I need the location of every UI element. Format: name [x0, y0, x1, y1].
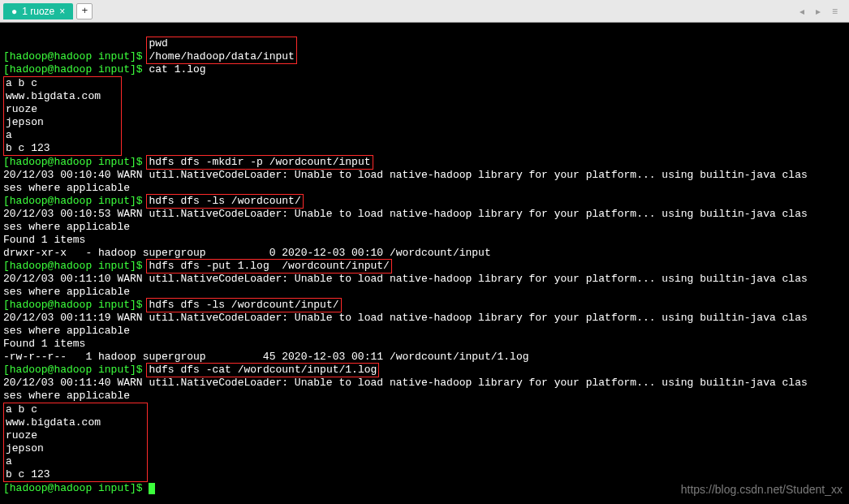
tab-add-button[interactable]: +: [76, 3, 93, 19]
file-l3: ruoze: [6, 103, 37, 115]
nav-right-icon[interactable]: ▸: [812, 4, 824, 19]
plus-icon: +: [81, 5, 88, 17]
cursor: [149, 483, 155, 494]
prompt: [hadoop@hadoop input]$: [3, 482, 143, 494]
warn-tail: ses where applicable: [3, 286, 130, 298]
ls-output: drwxr-xr-x - hadoop supergroup 0 2020-12…: [3, 247, 491, 259]
prompt: [hadoop@hadoop input]$: [3, 299, 143, 311]
terminal-output[interactable]: [hadoop@hadoop input]$ pwd /home/hadoop/…: [0, 23, 849, 497]
nav-menu-icon[interactable]: ≡: [829, 4, 841, 19]
file-l1: a b c: [6, 403, 37, 416]
tab-label: 1 ruoze: [22, 6, 54, 17]
file-l4: jepson: [6, 116, 44, 128]
tab-active[interactable]: ● 1 ruoze ×: [3, 3, 73, 19]
highlight-ls1: hdfs dfs -ls /wordcount/: [146, 194, 303, 209]
nav-left-icon[interactable]: ◂: [796, 4, 808, 19]
found-items: Found 1 items: [3, 234, 85, 246]
tab-status-dot: ●: [11, 6, 17, 17]
warn-tail: ses where applicable: [3, 325, 130, 337]
warn-tail: ses where applicable: [3, 221, 130, 233]
warn-line: 20/12/03 00:10:40 WARN util.NativeCodeLo…: [3, 169, 808, 181]
warn-line: 20/12/03 00:10:53 WARN util.NativeCodeLo…: [3, 208, 808, 220]
cmd-cat2: hdfs dfs -cat /wordcount/input/1.log: [149, 364, 377, 376]
pwd-output: /home/hadoop/data/input: [149, 50, 294, 62]
cmd-mkdir: hdfs dfs -mkdir -p /wordcount/input: [149, 156, 370, 168]
file-l1: a b c: [6, 77, 37, 89]
highlight-cat2: hdfs dfs -cat /wordcount/input/1.log: [146, 363, 379, 377]
prompt: [hadoop@hadoop input]$: [3, 63, 143, 75]
cmd-pwd: pwd: [149, 37, 167, 50]
prompt: [hadoop@hadoop input]$: [3, 260, 143, 272]
warn-line: 20/12/03 00:11:40 WARN util.NativeCodeLo…: [3, 377, 808, 389]
warn-tail: ses where applicable: [3, 182, 130, 194]
found-items: Found 1 items: [3, 338, 85, 350]
highlight-ls2: hdfs dfs -ls /wordcount/input/: [146, 298, 341, 312]
highlight-put: hdfs dfs -put 1.log /wordcount/input/: [146, 259, 391, 274]
file-l5: a: [6, 455, 12, 467]
prompt: [hadoop@hadoop input]$: [3, 195, 143, 207]
file-l2: www.bigdata.com: [6, 90, 101, 102]
file-l3: ruoze: [6, 429, 37, 442]
prompt: [hadoop@hadoop input]$: [3, 364, 143, 376]
highlight-file-contents-2: a b c www.bigdata.com ruoze jepson a b c…: [3, 403, 148, 482]
tab-nav: ◂ ▸ ≡: [796, 4, 846, 19]
cmd-ls1: hdfs dfs -ls /wordcount/: [149, 195, 300, 207]
cmd-put: hdfs dfs -put 1.log /wordcount/input/: [149, 260, 389, 272]
prompt: [hadoop@hadoop input]$: [3, 156, 143, 168]
highlight-file-contents: a b c www.bigdata.com ruoze jepson a b c…: [3, 76, 122, 156]
file-l4: jepson: [6, 442, 44, 454]
highlight-pwd: pwd /home/hadoop/data/input: [146, 37, 296, 64]
file-l2: www.bigdata.com: [6, 416, 101, 429]
file-l5: a: [6, 129, 12, 141]
ls-output: -rw-r--r-- 1 hadoop supergroup 45 2020-1…: [3, 351, 529, 363]
file-l6: b c 123: [6, 468, 50, 480]
prompt: [hadoop@hadoop input]$: [3, 50, 143, 62]
warn-tail: ses where applicable: [3, 390, 130, 402]
cmd-cat: cat 1.log: [149, 63, 205, 75]
close-icon[interactable]: ×: [59, 6, 65, 17]
highlight-mkdir: hdfs dfs -mkdir -p /wordcount/input: [146, 155, 373, 170]
warn-line: 20/12/03 00:11:10 WARN util.NativeCodeLo…: [3, 273, 808, 285]
tab-bar: ● 1 ruoze × + ◂ ▸ ≡: [0, 0, 849, 23]
cmd-ls2: hdfs dfs -ls /wordcount/input/: [149, 299, 338, 311]
file-l6: b c 123: [6, 142, 50, 154]
warn-line: 20/12/03 00:11:19 WARN util.NativeCodeLo…: [3, 312, 808, 324]
